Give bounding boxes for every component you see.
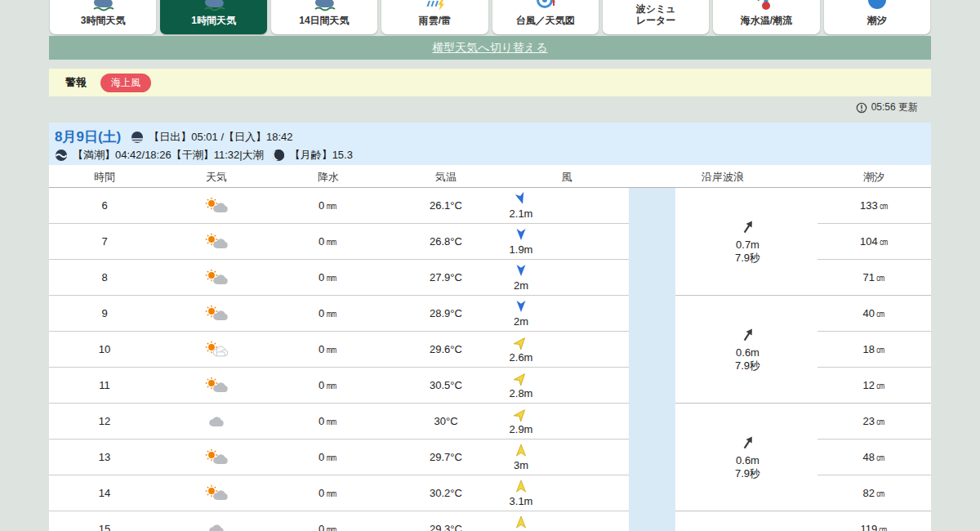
temp-cell: 26.8°C: [413, 224, 479, 260]
column-header-2: 天気: [167, 170, 265, 185]
temp-cell: 29.6°C: [413, 332, 479, 368]
tide-times-label: 【満潮】04:42/18:26【干潮】11:32|大潮: [73, 148, 264, 163]
cloud-icon: [200, 511, 233, 531]
sun-behind-cloud-icon: [200, 440, 233, 475]
update-status: 05:56 更新: [856, 100, 918, 114]
column-header-5: 風: [518, 170, 616, 185]
wave-direction-arrow-icon: [740, 219, 756, 239]
sun-behind-cloud-icon: [200, 296, 233, 332]
sunrise-sunset-label: 【日出】05:01 /【日入】18:42: [149, 130, 292, 145]
tab-label: 波シミュ レーター: [636, 3, 676, 27]
wave-direction-arrow-icon: [740, 327, 756, 346]
wind-cell: 2m: [497, 300, 546, 328]
tab-label: 台風／天気図: [516, 15, 575, 27]
column-header-3: 降水: [279, 170, 377, 185]
wind-direction-arrow-icon: [514, 517, 528, 531]
time-cell: 6: [72, 188, 137, 224]
tide-icon: [55, 149, 68, 162]
tab-3hour-weather[interactable]: 3時間天気: [50, 0, 156, 34]
temp-cell: 30.5°C: [413, 368, 479, 404]
wind-cell: 3.1m: [497, 480, 546, 507]
precip-cell: 0mm: [296, 440, 361, 475]
coastal-wave-cell: [629, 511, 866, 531]
tab-sea-temp-current[interactable]: 海水温/潮流: [713, 0, 819, 34]
wave-period: 7.9秒: [735, 467, 760, 480]
wind-direction-arrow-icon: [514, 373, 528, 387]
wave-direction-arrow-icon: [740, 435, 756, 454]
precip-cell: 0mm: [296, 368, 361, 404]
sea-temp-icon: [754, 0, 778, 12]
column-header-6: 沿岸波浪: [674, 170, 772, 185]
moon-age-label: 【月齢】15.3: [290, 148, 353, 163]
wind-cell: 2.1m: [497, 192, 546, 220]
wind-speed: 1.9m: [497, 243, 546, 256]
cloud-icon: [200, 404, 233, 440]
wind-speed: 2.8m: [497, 387, 546, 399]
rain-lightning-icon: [422, 0, 447, 12]
precip-cell: 0mm: [296, 404, 361, 440]
tab-rain-cloud-radar[interactable]: 雨雲/雷: [381, 0, 488, 34]
tab-label: 14日間天気: [299, 15, 349, 27]
time-cell: 8: [72, 260, 137, 296]
sunrise-icon: [131, 131, 144, 144]
layout-switch-bar: 横型天気へ切り替える: [49, 36, 931, 60]
wind-cell: 1.9m: [497, 228, 546, 256]
coastal-wave-cell: 0.6m 7.9秒: [629, 404, 866, 511]
wind-direction-arrow-icon: [514, 481, 528, 495]
time-cell: 15: [72, 511, 137, 531]
wind-speed: 3.1m: [497, 495, 546, 507]
time-cell: 10: [72, 332, 137, 368]
cloud-sun-icon: [312, 0, 336, 12]
wind-speed: 2.6m: [497, 351, 546, 364]
column-header-4: 気温: [397, 170, 495, 185]
sun-behind-cloud-icon: [200, 224, 233, 260]
temp-cell: 29.3°C: [413, 511, 479, 531]
precip-cell: 0mm: [296, 511, 361, 531]
alert-bar: 警報 海上風: [49, 69, 931, 96]
alert-label: 警報: [65, 75, 87, 90]
wind-direction-arrow-icon: [514, 266, 528, 279]
tab-label: 1時間天気: [191, 15, 236, 27]
sun-behind-cloud-icon: [200, 260, 233, 296]
tide-moon-icon: [865, 0, 889, 12]
wind-speed: 2m: [497, 279, 546, 292]
tab-wave-simulator[interactable]: 波シミュ レーター: [603, 0, 709, 34]
time-cell: 13: [72, 440, 137, 475]
alert-badge-sea-wind[interactable]: 海上風: [100, 74, 151, 92]
tab-label: 海水温/潮流: [741, 15, 792, 27]
tab-1hour-weather[interactable]: 1時間天気: [160, 0, 266, 34]
date-header: 8月9日(土) 【日出】05:01 /【日入】18:42 【満潮】04:42/1…: [49, 123, 931, 165]
wind-direction-arrow-icon: [514, 337, 528, 351]
wind-speed: 3m: [497, 459, 546, 471]
sun-behind-cloud-icon: [200, 368, 233, 404]
temp-cell: 27.9°C: [413, 260, 479, 296]
wind-cell: 2.6m: [497, 336, 546, 364]
column-header-7: 潮汐: [825, 170, 923, 185]
wind-speed: 2m: [497, 315, 546, 328]
precip-cell: 0mm: [296, 332, 361, 368]
date-title: 8月9日(土): [55, 127, 121, 146]
tab-typhoon-weather-map[interactable]: 台風／天気図: [492, 0, 599, 34]
coastal-wave-cell: 0.6m 7.9秒: [629, 296, 866, 404]
tab-tide[interactable]: 潮汐: [824, 0, 930, 34]
update-time: 05:56 更新: [871, 100, 918, 114]
tab-14day-weather[interactable]: 14日間天気: [271, 0, 377, 34]
wind-direction-arrow-icon: [514, 230, 528, 243]
wave-height: 0.6m: [736, 454, 760, 467]
precip-cell: 0mm: [296, 475, 361, 511]
sun-behind-cloud-icon: [200, 188, 233, 224]
column-header-1: 時間: [56, 170, 154, 185]
wave-period: 7.9秒: [735, 252, 760, 265]
wind-cell: [497, 515, 546, 531]
temp-cell: 30.2°C: [413, 475, 479, 511]
wind-direction-arrow-icon: [514, 194, 528, 207]
wave-height: 0.6m: [736, 346, 760, 359]
wind-cell: 2m: [497, 264, 546, 292]
wind-direction-arrow-icon: [514, 409, 528, 423]
sun-with-cloud-icon: [200, 332, 233, 368]
switch-to-horizontal-link[interactable]: 横型天気へ切り替える: [432, 41, 547, 56]
wave-sim-icon: [644, 0, 668, 1]
temp-cell: 30°C: [413, 404, 479, 440]
precip-cell: 0mm: [296, 224, 361, 260]
time-cell: 14: [72, 475, 137, 511]
